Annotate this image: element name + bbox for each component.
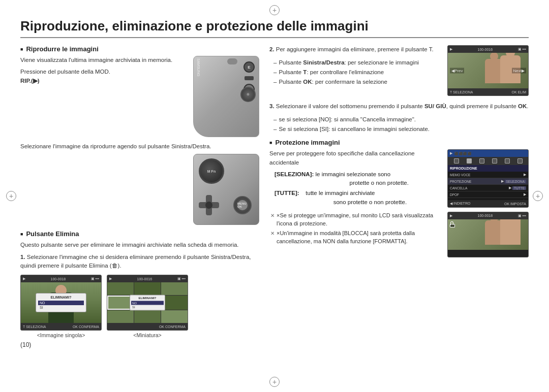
thumb-singola-container: ▶ 100-0018 ▣ ▪▪▪ [20, 275, 102, 338]
menu-row-dpof: DPOF ▶ [448, 191, 528, 198]
menu-screen: ▶ ⬛ ⬛ ⬛ ⬛ RIPRODUZIONE [447, 149, 529, 208]
section-riprodurre: Riprodurre le immagini [20, 45, 259, 53]
screen-thumb-miniatura: ▶ 100-0016 ▣ ▪▪▪ [107, 275, 188, 331]
thumb-singola-label: <Immagine singola> [37, 332, 85, 338]
seleziona-row: [SELEZIONA]: le immagini selezionate son… [274, 170, 442, 188]
rip-label: RIP.(▶) [20, 78, 40, 84]
bottom-right-screen: ▶ 100-0018 ▣ ▪▪▪ [447, 212, 529, 257]
screen-thumb-singola: ▶ 100-0018 ▣ ▪▪▪ [20, 275, 102, 331]
menu-button: MENU OK [233, 196, 252, 214]
note1: ×Se si protegge un'immagine, sul monito … [270, 212, 442, 228]
thumb-miniatura-container: ▶ 100-0016 ▣ ▪▪▪ [107, 275, 188, 338]
thumb-header-num: 100-0018 [51, 277, 66, 281]
step2-bullet3: Pulsante OK: per confermare la selezione [273, 78, 442, 86]
menu-row-cancella: CANCELLA ▶ TUTTE [448, 185, 528, 191]
mini-dialog: ELIMINAMI? NO SI [130, 295, 165, 311]
thumb-miniatura-label: <Miniatura> [133, 332, 161, 338]
camera-mode-image: M Fn MENU OK [193, 154, 259, 225]
dialog-no: NO [38, 301, 84, 305]
riprodurre-content: Viene visualizzata l'ultima immagine arc… [20, 56, 259, 137]
camera-side-image: SAMSUNG E ◉ ⊕ [193, 56, 259, 137]
right-cam-screen: ▶ 100-0016 ▣ ▪▪▪ [447, 45, 529, 96]
menu-row-memo: MEMO VOCE ▶ [448, 172, 528, 178]
lock-overlay [450, 221, 456, 228]
section-protezione: Protezione immagini ▶ ⬛ ⬛ ⬛ ⬛ [269, 139, 529, 209]
menu-row-protezione: PROTEZIONE ▶ SELEZIONA [448, 178, 528, 185]
section-elimina: Pulsante Elimina Questo pulsante serve p… [20, 230, 259, 348]
dialog-elimina: ELIMINAMI? NO SI [36, 293, 86, 312]
thumb-header-icons: ▣ ▪▪▪ [91, 277, 99, 281]
step3-bullet2: Se si seleziona [SI]: si cancellano le i… [273, 125, 529, 134]
page-title: Riproduzione, eliminazione e protezione … [20, 18, 529, 38]
camera-e-button: E [243, 61, 255, 73]
tutte-row: [TUTTE]: tutte le immagini archiviate so… [274, 189, 442, 207]
step3-text: 3. Selezionare il valore del sottomenu p… [269, 102, 529, 111]
step3-bullet1: se si seleziona [NO]: si annulla "Cancel… [273, 115, 529, 124]
thumb-header-play: ▶ [23, 277, 25, 281]
step2-bullet1: Pulsante Sinistra/Destra: per selezionar… [273, 58, 442, 67]
note2: ×Un'immagine in modalità [BLOCCA] sarà p… [270, 230, 442, 246]
page-number: (10) [20, 341, 259, 348]
dpad [199, 195, 219, 215]
dialog-si: SI [38, 305, 84, 310]
left-column: Riprodurre le immagini Viene visualizzat… [20, 45, 259, 348]
couple-photo: ◀Prev Next▶ [448, 53, 528, 88]
mode-dial: M Fn [199, 158, 224, 184]
thumb-row: ▶ 100-0018 ▣ ▪▪▪ [20, 275, 259, 338]
step2-bullet2: Pulsante T: per controllare l'eliminazio… [273, 68, 442, 77]
right-column: ▶ 100-0016 ▣ ▪▪▪ [269, 45, 529, 348]
